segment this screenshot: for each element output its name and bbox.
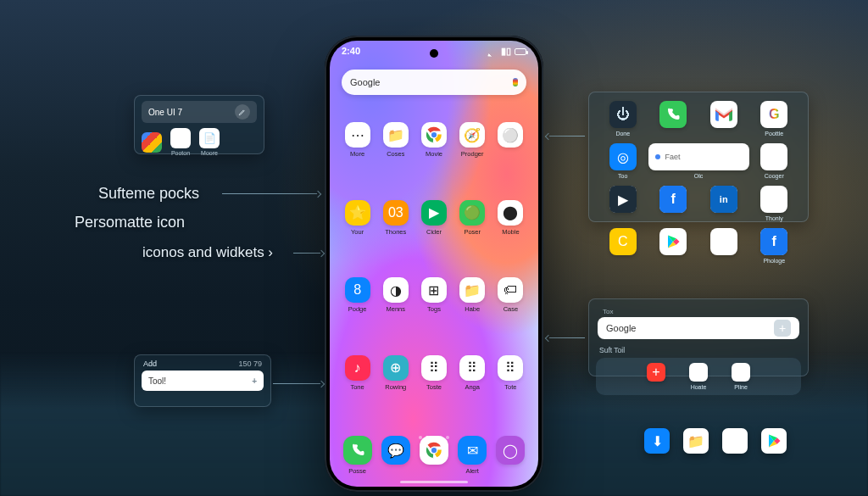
app-icon: ♪	[345, 355, 370, 381]
widget-preview-icon[interactable]: 🖼	[170, 128, 191, 148]
loose-app-icon[interactable]: 📁	[683, 428, 709, 454]
app-thones[interactable]: 03Thones	[376, 200, 415, 271]
app-label: Rowing	[385, 383, 406, 391]
icon-pack-item[interactable]: fPhologe	[749, 228, 800, 264]
app-label: Alert	[465, 467, 478, 475]
app-prodger[interactable]: 🧭Prodger	[453, 122, 492, 193]
pack-icon	[659, 101, 687, 128]
app-icon: ⊞	[421, 277, 447, 303]
icon-row: ⬇📁⊞	[644, 428, 787, 454]
google-widget-label: Google	[606, 323, 636, 333]
mic-icon[interactable]	[513, 78, 518, 86]
icon-pack-item[interactable]: GPoottle	[749, 101, 800, 137]
widget-preview-icon[interactable]	[142, 132, 162, 153]
app-more[interactable]: ⋯More	[338, 122, 376, 193]
mini-search-field[interactable]: Faet	[648, 143, 749, 170]
callout-personalize-icon: Persomatte icon	[75, 214, 185, 231]
pack-caption: Done	[615, 131, 630, 137]
svg-point-2	[431, 131, 437, 138]
search-label: Google	[350, 77, 380, 87]
pack-caption: Too	[618, 173, 627, 179]
panel-hint: Tox	[596, 304, 801, 315]
icon-pack-item[interactable]: ⊞Thonly	[749, 186, 800, 221]
dock-app[interactable]: ◯	[496, 436, 525, 465]
home-screen[interactable]: 2:40 ▮▯ Google ⋯More📁CosesMovie🧭Prodger⚪…	[330, 41, 538, 487]
google-search-bar[interactable]: Google	[342, 70, 526, 95]
app-icon: ▶	[421, 200, 447, 226]
app-poser[interactable]: 🟢Poser	[453, 200, 492, 271]
app-coses[interactable]: 📁Coses	[376, 122, 415, 193]
app-icon: ✉	[458, 436, 487, 465]
dock-app[interactable]: ✉Alert	[458, 436, 487, 475]
icon-pack-item[interactable]: in	[698, 186, 749, 221]
app-icon: 💬	[381, 436, 410, 465]
add-widget-field[interactable]: Tool! +	[142, 371, 264, 391]
gesture-bar[interactable]	[400, 481, 468, 483]
icon-pack-item[interactable]	[648, 228, 699, 264]
loose-app-icon[interactable]: ⬇	[644, 428, 670, 454]
app-habe[interactable]: 📁Habe	[453, 277, 492, 348]
app-label: Menns	[387, 305, 406, 313]
icon-pack-item[interactable]: f	[648, 186, 699, 221]
app-podge[interactable]: 8Podge	[338, 277, 376, 348]
app-tone[interactable]: ♪Tone	[338, 355, 376, 426]
callout-icons-widgets: iconos and widkets ›	[142, 244, 273, 261]
widget-preview-icon[interactable]: 📄	[199, 128, 220, 148]
panel-add-widget: Add 150 79 Tool! +	[134, 354, 271, 407]
pack-icon: ▶	[609, 186, 637, 213]
icon-pack-item[interactable]: ⏻Done	[598, 101, 648, 137]
app-icon: ⠿	[498, 355, 523, 381]
icon-pack-item[interactable]: ▶	[598, 186, 648, 221]
app-label: Posse	[348, 467, 366, 475]
app-icon: 8	[345, 277, 370, 303]
panel-icon-pack: ⏻DoneGPoottle◎TooFaetOlc✉Cooger▶fin⊞Thon…	[588, 92, 809, 222]
widget-dock-item[interactable]: +	[647, 363, 665, 384]
app-icon[interactable]: ⚪	[492, 122, 530, 193]
app-your[interactable]: ⭐Your	[338, 200, 376, 271]
dock-app[interactable]	[420, 436, 448, 465]
pack-icon: C	[609, 228, 637, 255]
app-icon: 🧭	[459, 122, 485, 148]
plus-icon[interactable]: +	[252, 376, 257, 386]
app-anga[interactable]: ⠿Anga	[453, 355, 492, 426]
icon-pack-item[interactable]: ◎Too	[598, 143, 648, 179]
edit-icon[interactable]	[235, 104, 250, 120]
battery-icon	[515, 48, 526, 55]
app-tote[interactable]: ⠿Tote	[492, 355, 530, 426]
icon-pack-item[interactable]	[648, 101, 699, 137]
app-label: Moble	[502, 228, 519, 236]
leader-line	[549, 136, 585, 137]
app-case[interactable]: 🏷Case	[492, 277, 530, 348]
icon-pack-item[interactable]: C	[598, 228, 648, 264]
loose-app-icon[interactable]: ⊞	[722, 428, 748, 454]
dock-app[interactable]: Posse	[343, 436, 372, 475]
app-moble[interactable]: ⬤Moble	[492, 200, 530, 271]
app-togs[interactable]: ⊞Togs	[415, 277, 453, 348]
app-movie[interactable]: Movie	[415, 122, 453, 193]
icon-pack-item[interactable]	[698, 101, 749, 137]
pack-icon: G	[760, 101, 787, 128]
app-menns[interactable]: ◑Menns	[376, 277, 415, 348]
app-label: Thones	[385, 228, 406, 236]
widget-dock-item[interactable]: ⌂Hoate	[689, 363, 708, 390]
icon-pack-item[interactable]: ✉Cooger	[749, 143, 800, 179]
dock-app[interactable]: 💬	[381, 436, 410, 465]
app-icon: ⬤	[498, 200, 523, 226]
app-cider[interactable]: ▶Cider	[415, 200, 453, 271]
app-rowing[interactable]: ⊕Rowing	[376, 355, 415, 426]
app-icon: 🟢	[459, 200, 485, 226]
widget-dock-item[interactable]: ❀Pline	[732, 363, 750, 390]
pack-icon: ◎	[609, 143, 637, 170]
app-toste[interactable]: ⠿Toste	[415, 355, 453, 426]
widget-caption: Pooton	[171, 150, 190, 156]
app-label: Coses	[387, 150, 404, 158]
app-icon: 📁	[383, 122, 409, 148]
google-search-widget[interactable]: Google +	[598, 317, 799, 339]
app-label: Podge	[348, 305, 367, 313]
plus-icon[interactable]: +	[774, 320, 791, 337]
one-ui-title: One UI 7	[148, 108, 182, 117]
icon-pack-item[interactable]: FaetOlc	[648, 143, 749, 179]
icon-pack-item[interactable]: ⚑	[698, 228, 749, 264]
app-label: Case	[504, 305, 519, 313]
loose-app-icon[interactable]	[761, 428, 787, 454]
